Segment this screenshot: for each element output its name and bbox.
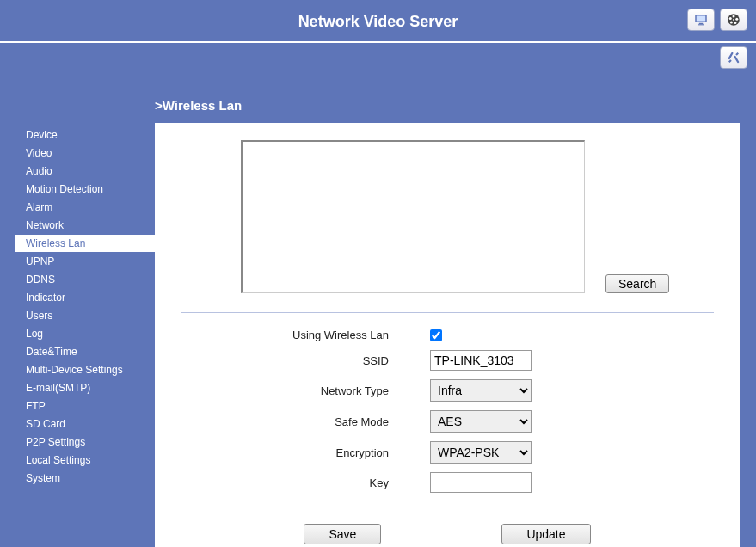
svg-rect-3 <box>698 24 704 25</box>
row-ssid: SSID <box>181 350 714 371</box>
select-network-type[interactable]: Infra <box>430 379 532 402</box>
sidebar-item-video[interactable]: Video <box>19 144 139 162</box>
sidebar-item-upnp[interactable]: UPNP <box>19 253 139 270</box>
sidebar-item-sd-card[interactable]: SD Card <box>19 415 139 433</box>
label-safe-mode: Safe Mode <box>181 415 430 428</box>
wireless-scan-list[interactable] <box>241 140 585 293</box>
input-key[interactable] <box>430 472 532 493</box>
page-title: >Wireless Lan <box>155 98 756 113</box>
film-reel-icon[interactable] <box>720 9 747 31</box>
sidebar-item-multi-device-settings[interactable]: Multi-Device Settings <box>19 361 139 378</box>
svg-rect-12 <box>734 56 739 64</box>
search-button[interactable]: Search <box>605 274 669 293</box>
label-ssid: SSID <box>181 354 430 367</box>
section-divider <box>181 312 714 313</box>
svg-point-5 <box>733 15 735 17</box>
svg-point-6 <box>735 18 738 21</box>
sidebar-item-audio[interactable]: Audio <box>19 163 139 180</box>
actions-row: Save Update <box>181 524 714 544</box>
row-network-type: Network Type Infra <box>181 379 714 402</box>
label-key: Key <box>181 476 430 489</box>
sidebar-item-indicator[interactable]: Indicator <box>19 289 139 306</box>
svg-rect-2 <box>699 23 704 25</box>
row-using-wireless: Using Wireless Lan <box>181 329 714 341</box>
sidebar-nav: DeviceVideoAudioMotion DetectionAlarmNet… <box>0 123 139 547</box>
main-area: DeviceVideoAudioMotion DetectionAlarmNet… <box>0 123 756 547</box>
scan-row: Search <box>241 140 714 293</box>
subheader-row <box>0 43 756 74</box>
sidebar-item-local-settings[interactable]: Local Settings <box>19 452 139 469</box>
row-encryption: Encryption WPA2-PSK <box>181 441 714 464</box>
sidebar-item-network[interactable]: Network <box>19 217 139 234</box>
checkbox-using-wireless[interactable] <box>430 329 442 341</box>
sidebar-item-wireless-lan[interactable]: Wireless Lan <box>15 235 155 252</box>
label-network-type: Network Type <box>181 384 430 397</box>
svg-point-10 <box>733 19 734 21</box>
select-safe-mode[interactable]: AES <box>430 410 532 433</box>
update-button[interactable]: Update <box>501 524 590 544</box>
row-safe-mode: Safe Mode AES <box>181 410 714 433</box>
sidebar-item-device[interactable]: Device <box>19 126 139 144</box>
sidebar-item-ftp[interactable]: FTP <box>19 397 139 415</box>
header-icon-group <box>687 9 747 31</box>
sidebar-item-users[interactable]: Users <box>19 307 139 324</box>
app-title: Network Video Server <box>0 0 756 43</box>
sidebar-item-p2p-settings[interactable]: P2P Settings <box>19 433 139 451</box>
save-button[interactable]: Save <box>304 524 381 544</box>
sidebar-item-alarm[interactable]: Alarm <box>19 199 139 216</box>
svg-rect-11 <box>728 52 733 59</box>
svg-rect-1 <box>697 16 706 22</box>
label-encryption: Encryption <box>181 446 430 459</box>
sidebar-item-date-time[interactable]: Date&Time <box>19 343 139 360</box>
tools-icon[interactable] <box>720 46 747 69</box>
sidebar-item-log[interactable]: Log <box>19 325 139 342</box>
monitor-icon[interactable] <box>687 9 715 31</box>
sidebar-item-ddns[interactable]: DDNS <box>19 271 139 288</box>
sidebar-item-system[interactable]: System <box>19 470 139 487</box>
label-using-wireless: Using Wireless Lan <box>181 329 430 341</box>
select-encryption[interactable]: WPA2-PSK <box>430 441 532 464</box>
sidebar-item-e-mail-smtp-[interactable]: E-mail(SMTP) <box>19 379 139 396</box>
sidebar-item-motion-detection[interactable]: Motion Detection <box>19 181 139 198</box>
row-key: Key <box>181 472 714 493</box>
content-panel: Search Using Wireless Lan SSID Network T… <box>155 123 740 547</box>
svg-point-7 <box>734 22 736 24</box>
input-ssid[interactable] <box>430 350 532 371</box>
svg-point-8 <box>730 22 733 24</box>
svg-point-9 <box>729 17 732 20</box>
app-header: Network Video Server <box>0 0 756 43</box>
